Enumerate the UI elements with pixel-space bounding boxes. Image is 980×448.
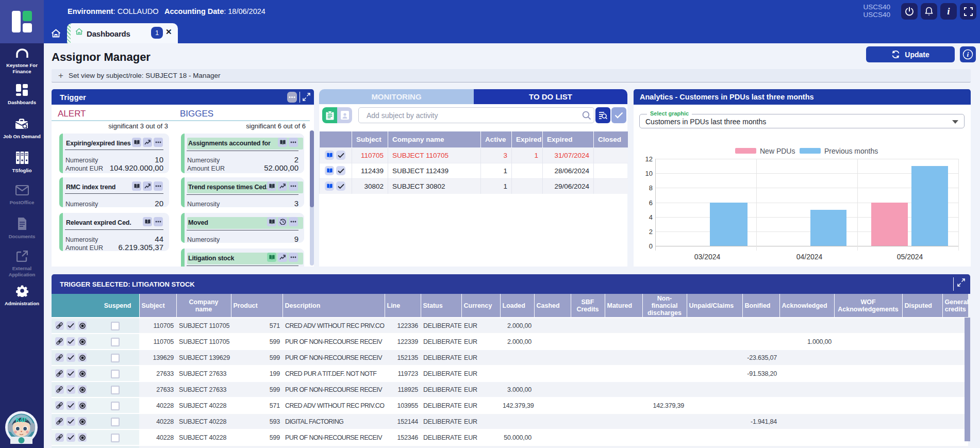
- svg-text:K4F: K4F: [15, 417, 27, 424]
- svg-text:i: i: [967, 51, 969, 58]
